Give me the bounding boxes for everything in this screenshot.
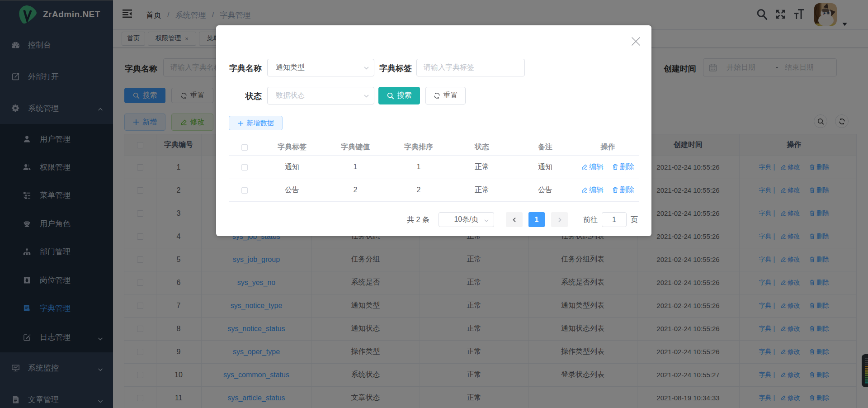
select-placeholder: 数据状态 [276, 91, 305, 100]
dlg-dict-name-label: 字典名称 [216, 63, 262, 74]
goto-label: 前往 [583, 212, 598, 227]
cell-status: 正常 [450, 179, 514, 201]
cell-dict-label: 公告 [260, 179, 324, 201]
cell-dict-value: 1 [324, 155, 387, 179]
col-header: 字典标签 [260, 139, 324, 155]
cell-select [229, 155, 260, 179]
row-delete-link[interactable]: 删除 [612, 163, 634, 171]
link-label: 删除 [620, 163, 634, 171]
dlg-dict-name-select[interactable]: 通知类型 [267, 59, 374, 76]
cell-remark: 公告 [514, 179, 577, 201]
cell-dict-value: 2 [324, 179, 387, 201]
dlg-status-label: 状态 [216, 91, 262, 102]
pagination: 共 2 条 10条/页 1 前往 1 页 [216, 212, 639, 227]
trash-icon [612, 187, 618, 195]
trash-icon [612, 164, 618, 172]
app-root: ZrAdmin.NET 控制台 外部打开 系统管理 [0, 0, 868, 408]
cell-operations: 编辑 删除 [577, 179, 639, 201]
page-size-select[interactable]: 10条/页 [439, 212, 494, 227]
cell-select [229, 179, 260, 201]
table-header-row: 字典标签 字典键值 字典排序 状态 备注 操作 [229, 139, 639, 155]
row-checkbox[interactable] [241, 164, 248, 171]
table-row: 公告 2 2 正常 公告 编辑 删除 [229, 179, 639, 201]
button-label: 搜索 [397, 91, 412, 100]
dict-data-dialog: 字典名称 通知类型 字典标签 请输入字典标签 状态 数据状态 搜索 [216, 25, 651, 236]
table-row: 通知 1 1 正常 通知 编辑 删除 [229, 155, 639, 179]
dialog-close-icon[interactable] [631, 37, 641, 46]
page-unit-label: 页 [631, 212, 638, 227]
col-header: 操作 [577, 139, 639, 155]
dlg-reset-button[interactable]: 重置 [425, 87, 466, 104]
cell-dict-sort: 2 [387, 179, 450, 201]
dlg-status-select[interactable]: 数据状态 [267, 87, 374, 104]
row-checkbox[interactable] [241, 187, 248, 194]
edit-icon [581, 187, 588, 195]
button-label: 新增数据 [247, 119, 274, 128]
chevron-down-icon [484, 217, 489, 223]
row-edit-link[interactable]: 编辑 [581, 186, 604, 194]
link-label: 编辑 [589, 186, 604, 194]
cell-operations: 编辑 删除 [577, 155, 639, 179]
search-icon [387, 92, 394, 100]
edit-icon [581, 164, 588, 172]
dict-data-table: 字典标签 字典键值 字典排序 状态 备注 操作 通知 1 1 正常 [229, 139, 639, 202]
dlg-dict-label-input[interactable]: 请输入字典标签 [416, 59, 525, 76]
dlg-dict-label-label: 字典标签 [366, 63, 412, 74]
link-label: 编辑 [589, 163, 604, 171]
col-header: 备注 [514, 139, 577, 155]
link-label: 删除 [620, 186, 634, 194]
refresh-icon [434, 92, 440, 99]
input-value: 1 [612, 216, 616, 224]
pagination-total: 共 2 条 [407, 212, 429, 227]
col-header: 字典排序 [387, 139, 450, 155]
goto-page-input[interactable]: 1 [602, 212, 627, 227]
col-header: 字典键值 [324, 139, 387, 155]
chevron-down-icon [363, 93, 369, 99]
dlg-add-data-button[interactable]: 新增数据 [229, 116, 283, 130]
cell-status: 正常 [450, 155, 514, 179]
button-label: 重置 [443, 91, 458, 100]
cell-remark: 通知 [514, 155, 577, 179]
next-page-button[interactable] [551, 212, 568, 227]
col-header: 状态 [450, 139, 514, 155]
dlg-search-button[interactable]: 搜索 [378, 87, 420, 104]
row-edit-link[interactable]: 编辑 [581, 163, 604, 171]
row-delete-link[interactable]: 删除 [612, 186, 634, 194]
prev-page-button[interactable] [506, 212, 523, 227]
select-value: 通知类型 [276, 63, 305, 72]
select-value: 10条/页 [454, 215, 478, 224]
header-select-all[interactable] [229, 139, 260, 155]
current-page-button[interactable]: 1 [528, 212, 545, 227]
input-placeholder: 请输入字典标签 [424, 63, 474, 72]
cell-dict-sort: 1 [387, 155, 450, 179]
plus-icon [238, 120, 244, 126]
cell-dict-label: 通知 [260, 155, 324, 179]
checkbox[interactable] [241, 144, 248, 151]
